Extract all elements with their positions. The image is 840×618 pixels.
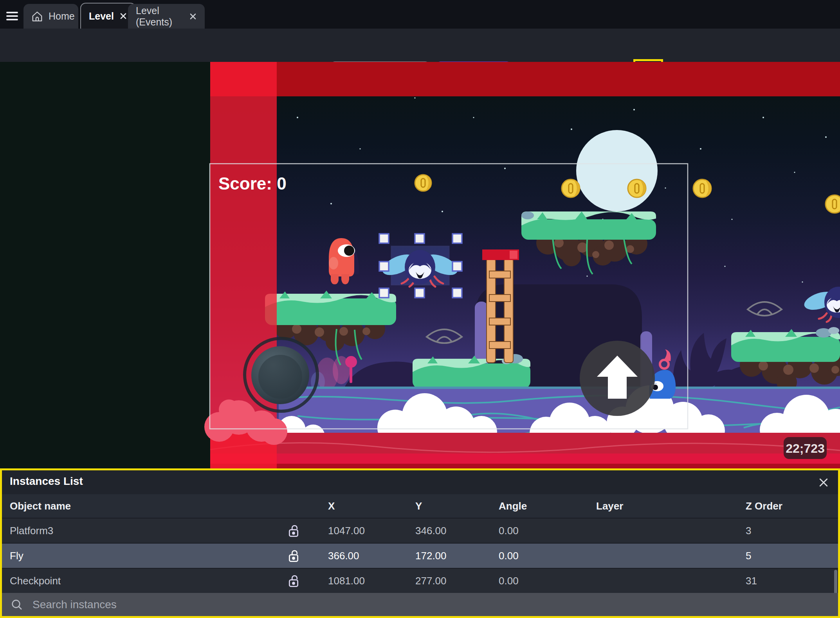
cursor-coordinates-badge: 22;723 xyxy=(784,437,827,459)
instance-y[interactable]: 172.00 xyxy=(393,550,480,562)
red-ceiling-block[interactable] xyxy=(210,62,840,96)
tab-level[interactable]: Level xyxy=(80,3,136,29)
instance-angle[interactable]: 0.00 xyxy=(480,550,577,562)
close-icon[interactable] xyxy=(119,12,127,20)
red-ground[interactable] xyxy=(210,433,840,468)
coin-5[interactable] xyxy=(826,195,840,213)
scene-editor-canvas[interactable]: Score: 0 xyxy=(0,62,840,468)
instance-angle[interactable]: 0.00 xyxy=(480,575,577,587)
instance-row-platform3[interactable]: Platform3 1047.00 346.00 0.00 3 xyxy=(2,518,838,543)
tab-level-events[interactable]: Level (Events) xyxy=(128,4,205,29)
unlock-icon[interactable] xyxy=(288,574,299,588)
tab-home[interactable]: Home xyxy=(23,4,78,29)
instance-angle[interactable]: 0.00 xyxy=(480,525,577,537)
col-object-name[interactable]: Object name xyxy=(2,500,282,512)
instances-search-bar xyxy=(2,593,838,616)
unlock-icon[interactable] xyxy=(288,524,299,538)
editor-toolbar: Preview Publish xyxy=(0,29,840,62)
main-menu-icon[interactable] xyxy=(6,10,18,20)
instance-y[interactable]: 277.00 xyxy=(393,575,480,587)
instance-x[interactable]: 366.00 xyxy=(305,550,393,562)
instance-name: Platform3 xyxy=(2,525,282,537)
tab-home-label: Home xyxy=(49,11,75,22)
scene-render: Score: 0 xyxy=(0,62,840,468)
search-icon xyxy=(11,598,23,611)
instance-row-checkpoint[interactable]: Checkpoint 1081.00 277.00 0.00 31 xyxy=(2,568,838,593)
home-icon xyxy=(31,11,43,22)
instance-x[interactable]: 1047.00 xyxy=(305,525,393,537)
coin-2[interactable] xyxy=(562,179,580,197)
instance-y[interactable]: 346.00 xyxy=(393,525,480,537)
instances-table-header: Object name X Y Angle Layer Z Order xyxy=(2,494,838,518)
col-layer[interactable]: Layer xyxy=(577,500,727,512)
tab-level-label: Level xyxy=(89,11,114,22)
instance-row-fly[interactable]: Fly 366.00 172.00 0.00 5 xyxy=(2,543,838,568)
instances-list-panel: Instances List Object name X Y Angle Lay… xyxy=(0,468,840,618)
instance-zorder[interactable]: 31 xyxy=(727,575,838,587)
instance-x[interactable]: 1081.00 xyxy=(305,575,393,587)
coords-text: 22;723 xyxy=(786,441,825,455)
coin-1[interactable] xyxy=(415,175,431,191)
score-text[interactable]: Score: 0 xyxy=(218,174,287,193)
joystick-control[interactable] xyxy=(245,338,317,411)
tab-bar: Home Level Level (Events) xyxy=(0,0,840,29)
tab-level-events-label: Level (Events) xyxy=(136,5,184,28)
unlock-icon[interactable] xyxy=(288,549,299,563)
panel-title: Instances List xyxy=(10,475,83,488)
col-zorder[interactable]: Z Order xyxy=(727,500,838,512)
instance-name: Checkpoint xyxy=(2,575,282,587)
coin-3[interactable] xyxy=(628,179,646,197)
search-instances-input[interactable] xyxy=(32,598,580,611)
instance-zorder[interactable]: 3 xyxy=(727,525,838,537)
col-x[interactable]: X xyxy=(305,500,393,512)
panel-close-button[interactable] xyxy=(818,477,829,488)
close-icon xyxy=(818,477,829,488)
instance-name: Fly xyxy=(2,550,282,562)
col-angle[interactable]: Angle xyxy=(480,500,577,512)
moon[interactable] xyxy=(576,130,658,211)
col-y[interactable]: Y xyxy=(393,500,480,512)
coin-4[interactable] xyxy=(693,179,711,197)
jump-button[interactable] xyxy=(580,341,655,416)
gdevelop-editor-window: Home Level Level (Events) xyxy=(0,0,840,618)
close-icon[interactable] xyxy=(189,13,197,20)
panel-scrollbar[interactable] xyxy=(834,570,837,594)
instance-zorder[interactable]: 5 xyxy=(727,550,838,562)
